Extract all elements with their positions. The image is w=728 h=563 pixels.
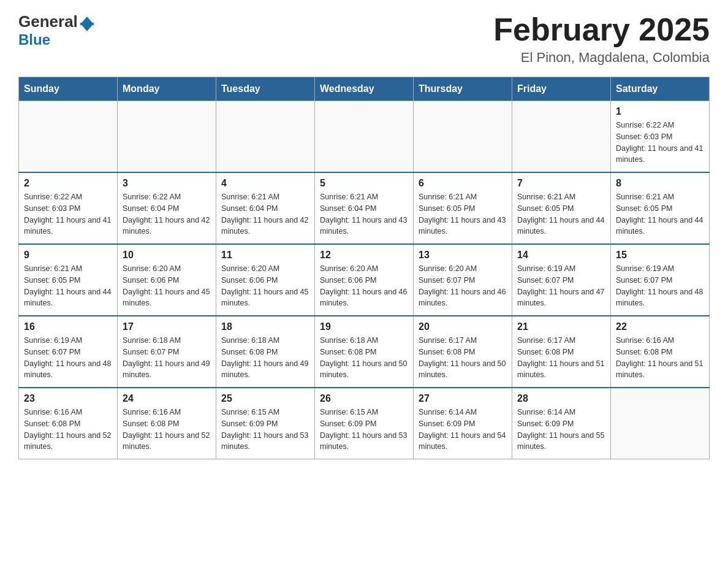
day-info: Sunrise: 6:14 AMSunset: 6:09 PMDaylight:…: [517, 407, 605, 453]
day-info: Sunrise: 6:20 AMSunset: 6:06 PMDaylight:…: [320, 263, 408, 309]
weekday-header-tuesday: Tuesday: [216, 77, 315, 101]
weekday-header-saturday: Saturday: [611, 77, 710, 101]
calendar-cell: [216, 101, 315, 173]
day-info: Sunrise: 6:15 AMSunset: 6:09 PMDaylight:…: [320, 407, 408, 453]
calendar-cell: 26Sunrise: 6:15 AMSunset: 6:09 PMDayligh…: [315, 388, 414, 459]
calendar-table: SundayMondayTuesdayWednesdayThursdayFrid…: [18, 77, 710, 459]
logo-blue-text: Blue: [18, 31, 50, 48]
logo-general-text: General: [18, 12, 78, 31]
calendar-cell: 9Sunrise: 6:21 AMSunset: 6:05 PMDaylight…: [19, 244, 118, 316]
day-number: 3: [123, 178, 211, 189]
day-number: 9: [24, 250, 112, 261]
calendar-cell: 11Sunrise: 6:20 AMSunset: 6:06 PMDayligh…: [216, 244, 315, 316]
calendar-cell: 19Sunrise: 6:18 AMSunset: 6:08 PMDayligh…: [315, 316, 414, 388]
calendar-cell: [315, 101, 414, 173]
day-number: 12: [320, 250, 408, 261]
calendar-cell: 17Sunrise: 6:18 AMSunset: 6:07 PMDayligh…: [118, 316, 216, 388]
calendar-cell: [512, 101, 611, 173]
calendar-week-row: 2Sunrise: 6:22 AMSunset: 6:03 PMDaylight…: [19, 172, 710, 244]
day-number: 17: [123, 321, 211, 332]
day-number: 18: [221, 321, 309, 332]
title-block: February 2025 El Pinon, Magdalena, Colom…: [493, 12, 710, 66]
calendar-cell: [414, 101, 512, 173]
day-number: 13: [419, 250, 507, 261]
calendar-cell: [19, 101, 118, 173]
day-info: Sunrise: 6:14 AMSunset: 6:09 PMDaylight:…: [419, 407, 507, 453]
calendar-cell: 22Sunrise: 6:16 AMSunset: 6:08 PMDayligh…: [611, 316, 710, 388]
weekday-header-monday: Monday: [118, 77, 216, 101]
calendar-cell: 1Sunrise: 6:22 AMSunset: 6:03 PMDaylight…: [611, 101, 710, 173]
day-info: Sunrise: 6:21 AMSunset: 6:05 PMDaylight:…: [24, 263, 112, 309]
day-info: Sunrise: 6:16 AMSunset: 6:08 PMDaylight:…: [123, 407, 211, 453]
day-number: 11: [221, 250, 309, 261]
calendar-cell: 14Sunrise: 6:19 AMSunset: 6:07 PMDayligh…: [512, 244, 611, 316]
calendar-cell: 27Sunrise: 6:14 AMSunset: 6:09 PMDayligh…: [414, 388, 512, 459]
logo-arrow-down-icon: [80, 23, 94, 31]
calendar-cell: 3Sunrise: 6:22 AMSunset: 6:04 PMDaylight…: [118, 172, 216, 244]
day-info: Sunrise: 6:22 AMSunset: 6:03 PMDaylight:…: [24, 191, 112, 237]
calendar-cell: [118, 101, 216, 173]
weekday-header-wednesday: Wednesday: [315, 77, 414, 101]
day-number: 2: [24, 178, 112, 189]
day-number: 1: [616, 106, 704, 117]
day-number: 5: [320, 178, 408, 189]
calendar-cell: 12Sunrise: 6:20 AMSunset: 6:06 PMDayligh…: [315, 244, 414, 316]
weekday-header-sunday: Sunday: [19, 77, 118, 101]
day-info: Sunrise: 6:21 AMSunset: 6:05 PMDaylight:…: [616, 191, 704, 237]
day-number: 20: [419, 321, 507, 332]
day-number: 4: [221, 178, 309, 189]
day-info: Sunrise: 6:18 AMSunset: 6:07 PMDaylight:…: [123, 335, 211, 381]
calendar-cell: 28Sunrise: 6:14 AMSunset: 6:09 PMDayligh…: [512, 388, 611, 459]
day-info: Sunrise: 6:20 AMSunset: 6:06 PMDaylight:…: [123, 263, 211, 309]
location-subtitle: El Pinon, Magdalena, Colombia: [493, 50, 710, 66]
day-info: Sunrise: 6:17 AMSunset: 6:08 PMDaylight:…: [517, 335, 605, 381]
day-info: Sunrise: 6:17 AMSunset: 6:08 PMDaylight:…: [419, 335, 507, 381]
day-number: 16: [24, 321, 112, 332]
calendar-cell: 7Sunrise: 6:21 AMSunset: 6:05 PMDaylight…: [512, 172, 611, 244]
calendar-week-row: 23Sunrise: 6:16 AMSunset: 6:08 PMDayligh…: [19, 388, 710, 459]
day-info: Sunrise: 6:18 AMSunset: 6:08 PMDaylight:…: [320, 335, 408, 381]
calendar-cell: 16Sunrise: 6:19 AMSunset: 6:07 PMDayligh…: [19, 316, 118, 388]
weekday-header-friday: Friday: [512, 77, 611, 101]
day-info: Sunrise: 6:21 AMSunset: 6:05 PMDaylight:…: [517, 191, 605, 237]
calendar-cell: 2Sunrise: 6:22 AMSunset: 6:03 PMDaylight…: [19, 172, 118, 244]
day-number: 26: [320, 393, 408, 404]
day-number: 7: [517, 178, 605, 189]
day-number: 22: [616, 321, 704, 332]
logo: General Blue: [18, 12, 94, 48]
day-number: 23: [24, 393, 112, 404]
month-title: February 2025: [493, 12, 710, 47]
day-number: 28: [517, 393, 605, 404]
calendar-week-row: 9Sunrise: 6:21 AMSunset: 6:05 PMDaylight…: [19, 244, 710, 316]
calendar-cell: 4Sunrise: 6:21 AMSunset: 6:04 PMDaylight…: [216, 172, 315, 244]
calendar-cell: 15Sunrise: 6:19 AMSunset: 6:07 PMDayligh…: [611, 244, 710, 316]
calendar-cell: 13Sunrise: 6:20 AMSunset: 6:07 PMDayligh…: [414, 244, 512, 316]
weekday-header-thursday: Thursday: [414, 77, 512, 101]
calendar-cell: 23Sunrise: 6:16 AMSunset: 6:08 PMDayligh…: [19, 388, 118, 459]
calendar-cell: [611, 388, 710, 459]
calendar-cell: 8Sunrise: 6:21 AMSunset: 6:05 PMDaylight…: [611, 172, 710, 244]
day-info: Sunrise: 6:19 AMSunset: 6:07 PMDaylight:…: [24, 335, 112, 381]
calendar-cell: 18Sunrise: 6:18 AMSunset: 6:08 PMDayligh…: [216, 316, 315, 388]
day-number: 21: [517, 321, 605, 332]
calendar-cell: 21Sunrise: 6:17 AMSunset: 6:08 PMDayligh…: [512, 316, 611, 388]
day-info: Sunrise: 6:21 AMSunset: 6:05 PMDaylight:…: [419, 191, 507, 237]
day-info: Sunrise: 6:19 AMSunset: 6:07 PMDaylight:…: [616, 263, 704, 309]
day-number: 6: [419, 178, 507, 189]
day-info: Sunrise: 6:21 AMSunset: 6:04 PMDaylight:…: [320, 191, 408, 237]
day-number: 19: [320, 321, 408, 332]
day-info: Sunrise: 6:20 AMSunset: 6:07 PMDaylight:…: [419, 263, 507, 309]
day-info: Sunrise: 6:21 AMSunset: 6:04 PMDaylight:…: [221, 191, 309, 237]
day-info: Sunrise: 6:19 AMSunset: 6:07 PMDaylight:…: [517, 263, 605, 309]
day-info: Sunrise: 6:18 AMSunset: 6:08 PMDaylight:…: [221, 335, 309, 381]
day-info: Sunrise: 6:20 AMSunset: 6:06 PMDaylight:…: [221, 263, 309, 309]
day-number: 8: [616, 178, 704, 189]
day-info: Sunrise: 6:15 AMSunset: 6:09 PMDaylight:…: [221, 407, 309, 453]
day-info: Sunrise: 6:16 AMSunset: 6:08 PMDaylight:…: [24, 407, 112, 453]
day-number: 14: [517, 250, 605, 261]
day-number: 27: [419, 393, 507, 404]
day-number: 24: [123, 393, 211, 404]
calendar-cell: 20Sunrise: 6:17 AMSunset: 6:08 PMDayligh…: [414, 316, 512, 388]
calendar-week-row: 16Sunrise: 6:19 AMSunset: 6:07 PMDayligh…: [19, 316, 710, 388]
calendar-cell: 10Sunrise: 6:20 AMSunset: 6:06 PMDayligh…: [118, 244, 216, 316]
